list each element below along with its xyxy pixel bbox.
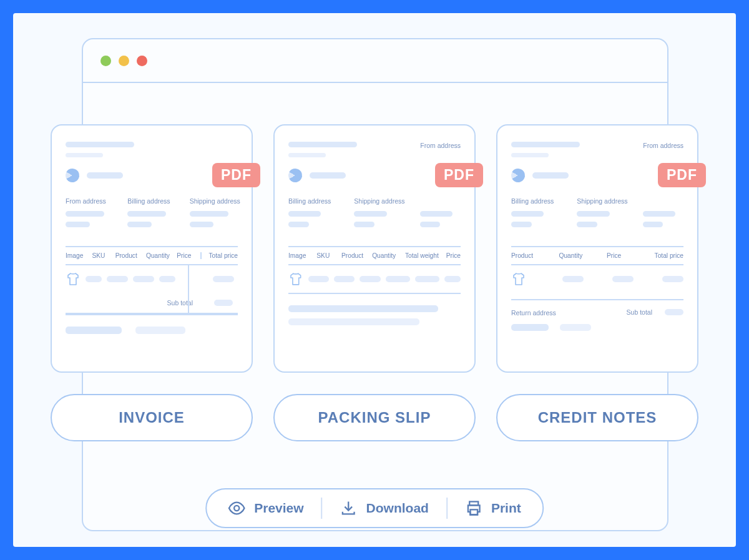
credit-notes-button[interactable]: CREDIT NOTES: [496, 394, 698, 441]
col-quantity: Quantity: [372, 252, 400, 259]
table-row: [66, 265, 238, 293]
card-footer-placeholder: [511, 324, 683, 331]
subtotal-label: Sub total: [627, 308, 652, 316]
printer-icon: [465, 499, 482, 517]
card-footer-placeholder: [288, 305, 461, 325]
table-row: [288, 265, 461, 294]
col-image: Image: [66, 252, 87, 259]
separator: [321, 498, 323, 519]
pdf-badge: PDF: [435, 163, 483, 187]
traffic-light-zoom-icon: [137, 56, 147, 66]
invoice-table: Image SKU Product Quantity Price Total p…: [66, 246, 238, 315]
table-row: [511, 265, 683, 293]
shipping-address-label: Shipping address: [190, 197, 238, 205]
svg-rect-2: [470, 509, 477, 514]
print-button[interactable]: Print: [465, 499, 521, 517]
pie-chart-icon: [286, 166, 305, 185]
download-icon: [340, 499, 358, 517]
tshirt-icon: [288, 273, 303, 285]
col-total-price: Total price: [655, 252, 683, 259]
address-row: Billing address Shipping address x: [288, 197, 461, 232]
col-sku: SKU: [92, 252, 110, 259]
col-image: Image: [288, 252, 311, 259]
tshirt-icon: [511, 273, 526, 285]
col-product: Product: [341, 252, 367, 259]
document-cards-row: PDF From address Billing address: [51, 124, 698, 373]
billing-address-label: Billing address: [288, 197, 329, 205]
doc-type-buttons: INVOICE PACKING SLIP CREDIT NOTES: [51, 394, 698, 441]
print-label: Print: [491, 501, 521, 516]
from-address-label: From address: [643, 142, 683, 149]
from-address-label: From address: [420, 142, 461, 149]
eye-icon: [228, 499, 245, 517]
packing-slip-button[interactable]: PACKING SLIP: [273, 394, 476, 441]
col-product: Product: [511, 252, 554, 259]
packing-slip-preview-card: PDF From address Billing address Shippin…: [273, 124, 476, 373]
packing-table: Image SKU Product Quantity Total weight …: [288, 246, 461, 294]
pie-chart-icon: [63, 166, 82, 185]
col-product: Product: [115, 252, 141, 259]
separator: [446, 498, 448, 519]
credit-table: Product Quantity Price Total price: [511, 246, 683, 331]
pdf-badge: PDF: [212, 163, 260, 187]
col-total-price: Total price: [200, 252, 238, 259]
subtotal-row: Sub total: [66, 293, 238, 313]
shipping-address-label: Shipping address: [577, 197, 617, 205]
return-address-label: Return address: [511, 309, 556, 317]
billing-address-label: Billing address: [511, 197, 552, 205]
invoice-preview-card: PDF From address Billing address: [51, 124, 253, 373]
col-price: Price: [607, 252, 650, 259]
address-row: From address Billing address Shipping ad…: [66, 197, 238, 232]
col-quantity: Quantity: [146, 252, 172, 259]
doc-header-placeholder: [66, 142, 238, 157]
shipping-address-label: Shipping address: [354, 197, 394, 205]
illustration-frame: PDF From address Billing address: [13, 13, 736, 547]
billing-address-label: Billing address: [127, 197, 175, 205]
download-button[interactable]: Download: [340, 499, 429, 517]
pdf-badge: PDF: [658, 163, 706, 187]
traffic-light-minimize-icon: [119, 56, 129, 66]
col-price: Price: [446, 252, 461, 259]
from-address-label: From address: [66, 197, 114, 205]
browser-tabbar: [83, 39, 667, 83]
card-footer-placeholder: [66, 327, 238, 334]
col-total-weight: Total weight: [405, 252, 441, 259]
preview-label: Preview: [254, 501, 303, 516]
credit-notes-preview-card: PDF From address Billing address Shippin…: [496, 124, 698, 373]
col-price: Price: [177, 252, 195, 259]
invoice-button[interactable]: INVOICE: [51, 394, 253, 441]
pie-chart-icon: [509, 166, 527, 185]
preview-button[interactable]: Preview: [228, 499, 303, 517]
address-row: Billing address Shipping address x: [511, 197, 683, 232]
col-quantity: Quantity: [559, 252, 602, 259]
traffic-light-close-icon: [100, 56, 111, 66]
download-label: Download: [366, 501, 429, 516]
action-bar: Preview Download Print: [205, 488, 544, 528]
svg-point-0: [234, 506, 239, 511]
col-sku: SKU: [316, 252, 336, 259]
tshirt-icon: [66, 273, 81, 285]
